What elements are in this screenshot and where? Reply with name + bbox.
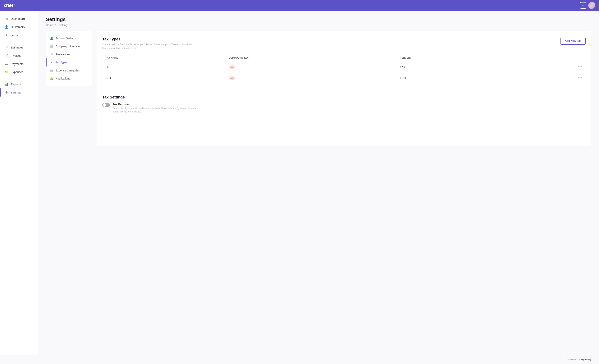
dashboard-icon: ⊞ bbox=[5, 17, 9, 20]
page-title: Settings bbox=[46, 17, 591, 22]
settings-nav-tax-label: Tax Types bbox=[56, 61, 68, 64]
settings-nav-account[interactable]: 👤 Account Settings bbox=[46, 34, 92, 42]
cell-tax-name-0: PST bbox=[102, 61, 226, 72]
items-icon: ★ bbox=[5, 33, 9, 37]
sidebar-item-expenses[interactable]: 📁 Expenses bbox=[0, 68, 38, 76]
expense-cat-icon: ▦ bbox=[50, 69, 53, 72]
sidebar-item-dashboard[interactable]: ⊞ Dashboard bbox=[0, 15, 38, 23]
sidebar-label-estimates: Estimates bbox=[11, 46, 23, 49]
main-content: Settings Home / Settings 👤 Account Setti… bbox=[38, 11, 599, 355]
breadcrumb-current: Settings bbox=[59, 24, 69, 27]
row-menu-1[interactable]: ••• bbox=[578, 76, 582, 80]
preferences-icon: ⚙ bbox=[50, 53, 53, 56]
tax-types-desc: You can add or Remove Taxes as you pleas… bbox=[102, 43, 198, 50]
expenses-icon: 📁 bbox=[5, 70, 9, 74]
sidebar-item-estimates[interactable]: 📄 Estimates bbox=[0, 43, 38, 52]
table-row: PST No 5 % ••• bbox=[102, 61, 586, 72]
cell-actions-0[interactable]: ••• bbox=[514, 61, 586, 72]
sidebar-label-items: Items bbox=[11, 34, 18, 37]
tax-types-icon: ✓ bbox=[50, 61, 53, 64]
toggle-text: Tax Per Item Enable this if you want to … bbox=[113, 103, 205, 113]
cell-percent-0: 5 % bbox=[397, 61, 514, 72]
row-menu-0[interactable]: ••• bbox=[578, 65, 582, 69]
avatar-image bbox=[588, 2, 595, 9]
col-compound: COMPOUND TAX bbox=[226, 55, 397, 61]
company-icon: ▦ bbox=[50, 45, 53, 48]
sidebar: ⊞ Dashboard 👤 Customers ★ Items 📄 Estima… bbox=[0, 11, 38, 355]
topnav-actions: + bbox=[580, 2, 595, 9]
tax-types-header: Tax Types You can add or Remove Taxes as… bbox=[102, 37, 586, 50]
sidebar-label-expenses: Expenses bbox=[11, 70, 23, 74]
tax-types-header-text: Tax Types You can add or Remove Taxes as… bbox=[102, 37, 198, 50]
settings-icon: ⚙ bbox=[5, 91, 9, 94]
layout: ⊞ Dashboard 👤 Customers ★ Items 📄 Estima… bbox=[0, 11, 599, 355]
cell-tax-name-1: GST bbox=[102, 72, 226, 84]
sidebar-divider-2 bbox=[0, 78, 38, 78]
table-row: GST No 12 % ••• bbox=[102, 72, 586, 84]
invoices-icon: 📄 bbox=[5, 54, 9, 58]
content-area: 👤 Account Settings ▦ Company Information… bbox=[46, 31, 591, 146]
settings-nav-preferences[interactable]: ⚙ Preferences bbox=[46, 50, 92, 58]
col-percent: PERCENT bbox=[397, 55, 514, 61]
settings-nav-expense-cat[interactable]: ▦ Expense Categories bbox=[46, 67, 92, 75]
topnav: crater + bbox=[0, 0, 599, 11]
cell-compound-1: No bbox=[226, 72, 397, 84]
payments-icon: ▬ bbox=[5, 62, 9, 66]
settings-nav-company-label: Company Information bbox=[56, 45, 81, 48]
notifications-icon: 🔔 bbox=[50, 77, 53, 80]
sidebar-item-payments[interactable]: ▬ Payments bbox=[0, 60, 38, 68]
col-tax-name: TAX NAME bbox=[102, 55, 226, 61]
breadcrumb-separator: / bbox=[55, 24, 56, 27]
sidebar-label-reports: Reports bbox=[11, 83, 21, 86]
sidebar-label-dashboard: Dashboard bbox=[11, 17, 25, 20]
sidebar-label-invoices: Invoices bbox=[11, 54, 21, 57]
sidebar-label-customers: Customers bbox=[11, 25, 25, 28]
tax-settings-title: Tax Settings bbox=[102, 95, 586, 99]
tax-types-title: Tax Types bbox=[102, 37, 198, 41]
settings-nav-preferences-label: Preferences bbox=[56, 53, 70, 56]
breadcrumb: Home / Settings bbox=[46, 24, 591, 27]
table-header-row: TAX NAME COMPOUND TAX PERCENT bbox=[102, 55, 586, 61]
sidebar-item-settings[interactable]: ⚙ Settings bbox=[0, 88, 38, 96]
cell-actions-1[interactable]: ••• bbox=[514, 72, 586, 84]
tax-per-item-toggle[interactable] bbox=[102, 103, 110, 107]
add-new-tax-button[interactable]: Add New Tax bbox=[561, 37, 586, 45]
settings-nav-notifications-label: Notifications bbox=[56, 77, 70, 80]
reports-icon: 📊 bbox=[5, 82, 9, 86]
settings-nav-notifications[interactable]: 🔔 Notifications bbox=[46, 75, 92, 83]
sidebar-item-items[interactable]: ★ Items bbox=[0, 31, 38, 39]
toggle-label: Tax Per Item bbox=[113, 103, 205, 106]
footer-brand: Bytefury bbox=[581, 358, 591, 361]
app-logo: crater bbox=[4, 3, 15, 8]
footer-text: Powered by bbox=[567, 358, 581, 361]
settings-nav-company[interactable]: ▦ Company Information bbox=[46, 42, 92, 50]
tax-table: TAX NAME COMPOUND TAX PERCENT PST No 5 %… bbox=[102, 55, 586, 83]
sidebar-label-payments: Payments bbox=[11, 62, 24, 66]
breadcrumb-home[interactable]: Home bbox=[46, 24, 53, 27]
toggle-desc: Enable this if you want to add taxes to … bbox=[113, 106, 205, 113]
customers-icon: 👤 bbox=[5, 25, 9, 29]
sidebar-item-reports[interactable]: 📊 Reports bbox=[0, 80, 38, 88]
footer: Powered by Bytefury bbox=[0, 355, 599, 364]
account-icon: 👤 bbox=[50, 37, 53, 40]
estimates-icon: 📄 bbox=[5, 46, 9, 49]
avatar[interactable] bbox=[588, 2, 595, 9]
cell-compound-0: No bbox=[226, 61, 397, 72]
col-actions bbox=[514, 55, 586, 61]
settings-nav-expense-label: Expense Categories bbox=[56, 69, 80, 72]
sidebar-item-invoices[interactable]: 📄 Invoices bbox=[0, 52, 38, 60]
settings-sidebar: 👤 Account Settings ▦ Company Information… bbox=[46, 31, 92, 86]
sidebar-item-customers[interactable]: 👤 Customers bbox=[0, 23, 38, 31]
settings-panel: Tax Types You can add or Remove Taxes as… bbox=[97, 31, 591, 146]
settings-nav-tax-types[interactable]: ✓ Tax Types bbox=[46, 58, 92, 67]
settings-nav-account-label: Account Settings bbox=[56, 37, 76, 40]
cell-percent-1: 12 % bbox=[397, 72, 514, 84]
toggle-row: Tax Per Item Enable this if you want to … bbox=[102, 103, 586, 113]
sidebar-label-settings: Settings bbox=[11, 91, 21, 94]
add-button[interactable]: + bbox=[580, 2, 586, 9]
tax-settings-section: Tax Settings Tax Per Item Enable this if… bbox=[102, 95, 586, 113]
